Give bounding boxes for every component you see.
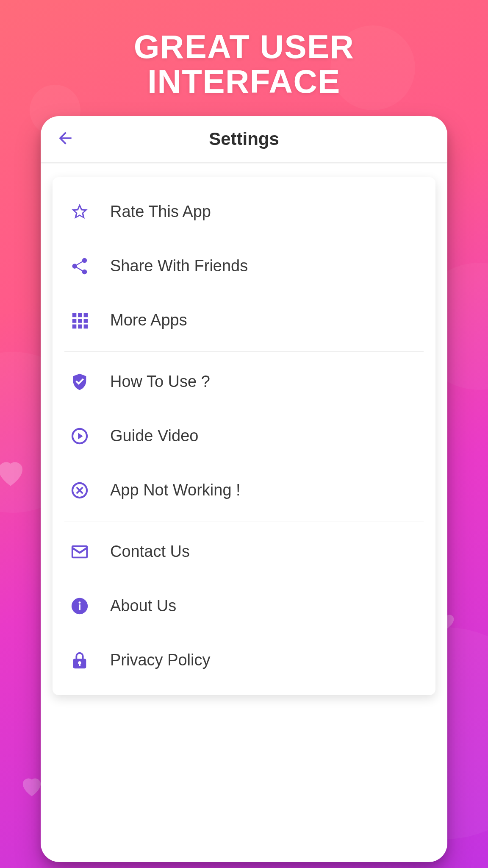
app-header: Settings — [41, 116, 447, 162]
grid-icon — [68, 309, 92, 332]
mail-icon — [68, 540, 92, 564]
promo-line-2: INTERFACE — [0, 64, 488, 99]
menu-item-how-to-use[interactable]: How To Use ? — [53, 355, 435, 409]
menu-item-label: Share With Friends — [110, 257, 248, 275]
menu-item-share[interactable]: Share With Friends — [53, 239, 435, 293]
menu-item-privacy-policy[interactable]: Privacy Policy — [53, 633, 435, 687]
divider — [64, 351, 424, 351]
menu-item-app-not-working[interactable]: App Not Working ! — [53, 463, 435, 517]
menu-item-label: Guide Video — [110, 427, 198, 445]
divider — [64, 521, 424, 521]
menu-item-label: Rate This App — [110, 203, 211, 221]
promo-line-1: GREAT USER — [0, 30, 488, 64]
svg-point-2 — [79, 601, 81, 604]
play-circle-icon — [68, 424, 92, 448]
menu-item-about-us[interactable]: About Us — [53, 579, 435, 633]
menu-item-guide-video[interactable]: Guide Video — [53, 409, 435, 463]
menu-item-label: More Apps — [110, 311, 187, 329]
close-circle-icon — [68, 479, 92, 502]
menu-item-label: Contact Us — [110, 542, 190, 561]
menu-item-label: Privacy Policy — [110, 651, 211, 669]
phone-frame: Settings Rate This App Share With Friend… — [41, 116, 447, 862]
bg-heart — [0, 455, 28, 490]
settings-panel: Rate This App Share With Friends More Ap… — [53, 177, 435, 695]
lock-icon — [68, 648, 92, 672]
menu-item-label: How To Use ? — [110, 373, 210, 391]
promo-headline: GREAT USER INTERFACE — [0, 0, 488, 99]
share-icon — [68, 254, 92, 278]
page-title: Settings — [53, 129, 435, 149]
menu-item-contact-us[interactable]: Contact Us — [53, 525, 435, 579]
menu-item-label: App Not Working ! — [110, 481, 241, 499]
shield-check-icon — [68, 370, 92, 394]
info-icon — [68, 594, 92, 618]
menu-item-rate[interactable]: Rate This App — [53, 185, 435, 239]
svg-rect-1 — [79, 604, 80, 610]
menu-item-label: About Us — [110, 597, 176, 615]
star-icon — [68, 200, 92, 224]
menu-item-more-apps[interactable]: More Apps — [53, 293, 435, 348]
